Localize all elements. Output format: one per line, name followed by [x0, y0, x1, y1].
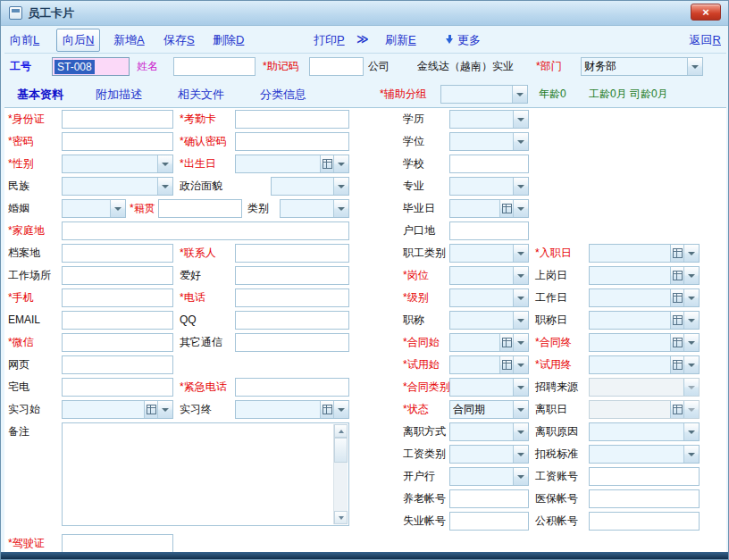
calendar-icon[interactable] [499, 356, 513, 373]
chevron-down-icon[interactable] [683, 379, 699, 396]
home-address-input[interactable] [62, 221, 349, 240]
archive-place-input[interactable] [62, 244, 173, 263]
id-card-input[interactable] [62, 110, 173, 129]
calendar-icon[interactable] [670, 267, 683, 284]
chevron-down-icon[interactable] [683, 356, 699, 373]
political-status-combobox[interactable] [271, 177, 349, 196]
chevron-down-icon[interactable] [157, 401, 172, 418]
leave-datepicker[interactable] [589, 400, 700, 419]
major-combobox[interactable] [449, 177, 529, 196]
workplace-input[interactable] [62, 266, 173, 285]
school-input[interactable] [449, 155, 529, 173]
calendar-icon[interactable] [499, 334, 513, 351]
chevron-down-icon[interactable] [683, 334, 699, 351]
driver-license-input[interactable] [62, 534, 173, 553]
entry-datepicker[interactable] [589, 244, 700, 263]
medical-account-input[interactable] [589, 489, 700, 508]
employee-category-combobox[interactable] [449, 244, 529, 263]
pension-account-input[interactable] [449, 489, 529, 508]
toolbar-delete-button[interactable]: 删除D [213, 32, 244, 48]
chevron-down-icon[interactable] [512, 86, 527, 103]
phone-input[interactable] [235, 288, 349, 307]
calendar-icon[interactable] [670, 401, 683, 418]
chevron-down-icon[interactable] [683, 245, 699, 262]
contract-type-combobox[interactable] [449, 378, 529, 397]
scroll-up-icon[interactable] [334, 424, 348, 438]
fund-account-input[interactable] [589, 512, 700, 531]
native-place-input[interactable] [158, 199, 242, 218]
household-place-input[interactable] [449, 221, 529, 240]
intern-end-datepicker[interactable] [235, 400, 349, 419]
salary-account-input[interactable] [589, 467, 700, 486]
dept-combobox[interactable]: 财务部 [581, 57, 703, 76]
chevron-down-icon[interactable] [333, 155, 348, 172]
calendar-icon[interactable] [670, 334, 683, 351]
calendar-icon[interactable] [320, 401, 333, 418]
category-combobox[interactable] [280, 199, 349, 218]
qq-input[interactable] [235, 311, 349, 330]
scroll-down-icon[interactable] [334, 511, 348, 524]
bank-combobox[interactable] [449, 467, 529, 486]
leave-method-combobox[interactable] [449, 422, 529, 441]
degree-combobox[interactable] [449, 132, 529, 151]
leave-reason-combobox[interactable] [589, 422, 700, 441]
employee-no-input[interactable]: ST-008 [52, 57, 130, 76]
chevron-down-icon[interactable] [110, 200, 125, 217]
tab-related-files[interactable]: 相关文件 [178, 87, 224, 103]
tax-standard-combobox[interactable] [589, 445, 700, 464]
chevron-down-icon[interactable] [683, 312, 699, 329]
chevron-down-icon[interactable] [513, 401, 528, 418]
chevron-down-icon[interactable] [683, 446, 699, 463]
probation-start-datepicker[interactable] [449, 355, 529, 374]
aux-group-combobox[interactable] [440, 85, 528, 104]
calendar-icon[interactable] [670, 312, 683, 329]
tab-extra-description[interactable]: 附加描述 [96, 87, 142, 103]
toolbar-next-button[interactable]: 向后N [56, 29, 100, 52]
calendar-icon[interactable] [499, 200, 513, 217]
scrollbar-thumb[interactable] [334, 438, 348, 463]
salary-type-combobox[interactable] [449, 445, 529, 464]
onboard-datepicker[interactable] [589, 266, 700, 285]
toolbar-more-button[interactable]: 更多 [446, 32, 481, 48]
status-combobox[interactable]: 合同期 [449, 400, 529, 419]
tab-basic-info[interactable]: 基本资料 [17, 87, 63, 103]
chevron-down-icon[interactable] [683, 267, 699, 284]
level-combobox[interactable] [449, 288, 529, 307]
marriage-combobox[interactable] [62, 199, 126, 218]
calendar-icon[interactable] [670, 356, 683, 373]
chevron-down-icon[interactable] [513, 245, 528, 262]
mobile-input[interactable] [62, 288, 173, 307]
birthday-datepicker[interactable] [235, 155, 349, 173]
gender-combobox[interactable] [62, 155, 173, 173]
toolbar-add-button[interactable]: 新增A [113, 32, 145, 48]
calendar-icon[interactable] [144, 401, 157, 418]
probation-end-datepicker[interactable] [589, 355, 700, 374]
chevron-down-icon[interactable] [513, 200, 528, 217]
toolbar-refresh-button[interactable]: 刷新E [385, 32, 416, 48]
chevron-down-icon[interactable] [513, 446, 528, 463]
calendar-icon[interactable] [670, 245, 683, 262]
chevron-down-icon[interactable] [683, 423, 699, 440]
chevron-down-icon[interactable] [157, 178, 172, 195]
chevron-down-icon[interactable] [513, 178, 528, 195]
chevron-down-icon[interactable] [333, 178, 348, 195]
calendar-icon[interactable] [320, 155, 333, 172]
name-input[interactable] [173, 57, 256, 76]
contract-start-datepicker[interactable] [449, 333, 529, 352]
chevron-down-icon[interactable] [687, 58, 702, 75]
position-combobox[interactable] [449, 266, 529, 285]
attendance-card-input[interactable] [235, 110, 349, 129]
tab-classification[interactable]: 分类信息 [260, 87, 306, 103]
chevron-down-icon[interactable] [683, 289, 699, 306]
chevron-down-icon[interactable] [333, 401, 348, 418]
chevron-down-icon[interactable] [333, 200, 348, 217]
unemployment-account-input[interactable] [449, 512, 529, 531]
intern-start-datepicker[interactable] [62, 400, 173, 419]
chevron-down-icon[interactable] [513, 289, 528, 306]
toolbar-back-button[interactable]: 返回R [690, 32, 721, 48]
toolbar-prev-button[interactable]: 向前L [10, 32, 39, 48]
recruit-source-combobox[interactable] [589, 378, 700, 397]
mnemonic-input[interactable] [309, 57, 364, 76]
hobby-input[interactable] [235, 266, 349, 285]
close-button[interactable]: × [691, 4, 721, 21]
